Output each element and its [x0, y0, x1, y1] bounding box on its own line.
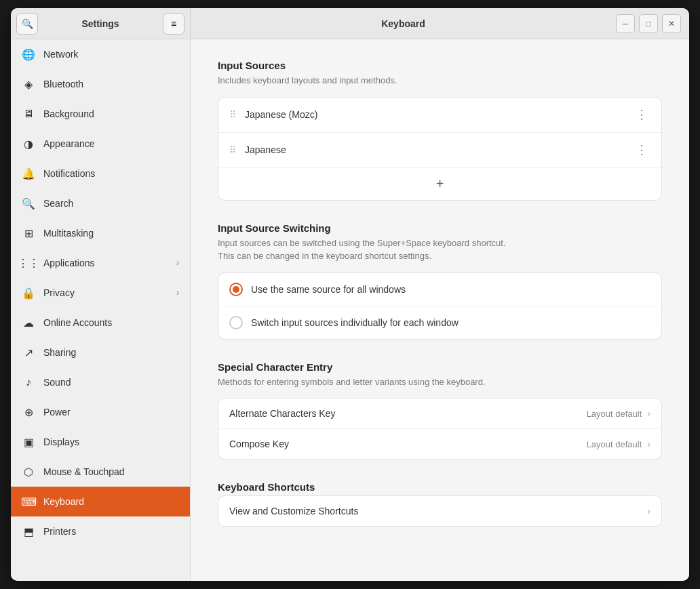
input-source-switching-section: Input Source Switching Input sources can… — [218, 222, 662, 340]
sidebar-item-privacy[interactable]: 🔒Privacy› — [11, 278, 190, 308]
more-options-japanese[interactable]: ⋮ — [633, 142, 650, 157]
bluetooth-icon: ◈ — [22, 77, 35, 91]
input-sources-card: ⠿ Japanese (Mozc) ⋮ ⠿ Japanese ⋮ + — [218, 97, 662, 201]
add-icon: + — [436, 176, 444, 192]
individual-source-label: Switch input sources individually for ea… — [251, 317, 459, 328]
drag-handle-mozc: ⠿ — [229, 109, 237, 120]
input-switching-card: Use the same source for all windows Swit… — [218, 272, 662, 340]
japanese-mozc-row[interactable]: ⠿ Japanese (Mozc) ⋮ — [218, 98, 661, 133]
keyboard-shortcuts-card: View and Customize Shortcuts › — [218, 495, 662, 527]
sidebar-label-sound: Sound — [43, 377, 71, 388]
notifications-icon: 🔔 — [22, 167, 35, 180]
sound-icon: ♪ — [22, 375, 35, 389]
keyboard-shortcuts-section: Keyboard Shortcuts View and Customize Sh… — [218, 481, 662, 527]
input-source-switching-title: Input Source Switching — [218, 222, 662, 234]
same-source-row[interactable]: Use the same source for all windows — [218, 273, 661, 306]
appearance-icon: ◑ — [22, 137, 35, 150]
minimize-button[interactable]: ─ — [616, 14, 635, 33]
more-options-mozc[interactable]: ⋮ — [633, 107, 650, 122]
sidebar-item-bluetooth[interactable]: ◈Bluetooth — [11, 69, 190, 99]
sidebar-label-privacy: Privacy — [43, 287, 75, 298]
sidebar-label-background: Background — [43, 108, 94, 119]
input-sources-title: Input Sources — [218, 60, 662, 71]
sidebar-item-power[interactable]: ⊕Power — [11, 397, 190, 427]
sidebar-label-mouse-touchpad: Mouse & Touchpad — [43, 466, 125, 477]
individual-source-radio[interactable] — [229, 316, 243, 329]
sidebar-item-mouse-touchpad[interactable]: ⬡Mouse & Touchpad — [11, 457, 190, 487]
applications-chevron: › — [176, 258, 179, 268]
privacy-chevron: › — [176, 288, 179, 298]
search-button[interactable]: 🔍 — [16, 13, 38, 35]
minimize-icon: ─ — [623, 19, 629, 28]
sidebar-item-multitasking[interactable]: ⊞Multitasking — [11, 218, 190, 248]
close-button[interactable]: ✕ — [662, 14, 681, 33]
alternate-characters-chevron: › — [647, 408, 650, 419]
sidebar-item-applications[interactable]: ⋮⋮Applications› — [11, 248, 190, 278]
applications-icon: ⋮⋮ — [22, 256, 35, 270]
sidebar-item-search[interactable]: 🔍Search — [11, 188, 190, 218]
power-icon: ⊕ — [22, 405, 35, 419]
sidebar-label-bluetooth: Bluetooth — [43, 79, 83, 89]
sidebar-label-power: Power — [43, 407, 71, 418]
compose-key-chevron: › — [647, 439, 650, 449]
sidebar-item-appearance[interactable]: ◑Appearance — [11, 129, 190, 159]
sidebar-label-keyboard: Keyboard — [43, 496, 84, 507]
sidebar-label-applications: Applications — [43, 258, 95, 268]
close-icon: ✕ — [668, 19, 675, 28]
sharing-icon: ↗ — [22, 346, 35, 359]
sidebar: 🌐Network◈Bluetooth🖥Background◑Appearance… — [11, 39, 191, 581]
special-character-card: Alternate Characters Key Layout default … — [218, 398, 662, 460]
settings-window: 🔍 Settings ≡ Keyboard ─ □ ✕ 🌐Network◈Blu… — [11, 8, 689, 581]
titlebar-left: 🔍 Settings ≡ — [11, 8, 191, 39]
sidebar-label-sharing: Sharing — [43, 347, 76, 358]
sidebar-item-keyboard[interactable]: ⌨Keyboard — [11, 487, 190, 516]
main-panel: Input Sources Includes keyboard layouts … — [191, 39, 689, 581]
add-input-source-row[interactable]: + — [218, 168, 661, 200]
sidebar-item-network[interactable]: 🌐Network — [11, 39, 190, 69]
sidebar-item-sound[interactable]: ♪Sound — [11, 367, 190, 397]
sidebar-item-displays[interactable]: ▣Displays — [11, 427, 190, 457]
japanese-row[interactable]: ⠿ Japanese ⋮ — [218, 133, 661, 168]
special-character-section: Special Character Entry Methods for ente… — [218, 361, 662, 460]
search-icon: 🔍 — [22, 197, 35, 210]
japanese-mozc-label: Japanese (Mozc) — [245, 109, 633, 120]
sidebar-item-online-accounts[interactable]: ☁Online Accounts — [11, 308, 190, 338]
view-customize-shortcuts-label: View and Customize Shortcuts — [229, 506, 647, 516]
compose-key-row[interactable]: Compose Key Layout default › — [218, 429, 661, 459]
sidebar-label-search: Search — [43, 198, 73, 209]
network-icon: 🌐 — [22, 47, 35, 61]
alternate-characters-label: Alternate Characters Key — [229, 408, 587, 419]
view-customize-shortcuts-row[interactable]: View and Customize Shortcuts › — [218, 496, 661, 526]
special-character-desc: Methods for entering symbols and letter … — [218, 375, 662, 389]
displays-icon: ▣ — [22, 435, 35, 449]
sidebar-label-displays: Displays — [43, 436, 79, 447]
search-icon: 🔍 — [22, 18, 33, 29]
printers-icon: ⬒ — [22, 525, 35, 538]
individual-source-row[interactable]: Switch input sources individually for ea… — [218, 306, 661, 339]
sidebar-item-sharing[interactable]: ↗Sharing — [11, 338, 190, 367]
menu-button[interactable]: ≡ — [163, 13, 184, 35]
compose-key-label: Compose Key — [229, 439, 587, 449]
drag-handle-japanese: ⠿ — [229, 144, 237, 155]
japanese-label: Japanese — [245, 144, 633, 155]
same-source-radio[interactable] — [229, 283, 243, 296]
sidebar-item-printers[interactable]: ⬒Printers — [11, 516, 190, 546]
sidebar-item-notifications[interactable]: 🔔Notifications — [11, 159, 190, 188]
online-accounts-icon: ☁ — [22, 316, 35, 329]
same-source-label: Use the same source for all windows — [251, 284, 406, 295]
special-character-title: Special Character Entry — [218, 361, 662, 373]
alternate-characters-row[interactable]: Alternate Characters Key Layout default … — [218, 399, 661, 429]
background-icon: 🖥 — [22, 107, 35, 121]
sidebar-label-multitasking: Multitasking — [43, 228, 94, 239]
sidebar-label-online-accounts: Online Accounts — [43, 317, 112, 328]
multitasking-icon: ⊞ — [22, 226, 35, 240]
menu-icon: ≡ — [171, 18, 176, 29]
settings-title: Settings — [42, 18, 159, 29]
sidebar-label-notifications: Notifications — [43, 168, 95, 179]
sidebar-item-background[interactable]: 🖥Background — [11, 99, 190, 129]
maximize-button[interactable]: □ — [639, 14, 658, 33]
input-sources-desc: Includes keyboard layouts and input meth… — [218, 74, 662, 87]
sidebar-label-network: Network — [43, 49, 78, 60]
compose-key-value: Layout default — [587, 439, 642, 449]
mouse-touchpad-icon: ⬡ — [22, 465, 35, 479]
